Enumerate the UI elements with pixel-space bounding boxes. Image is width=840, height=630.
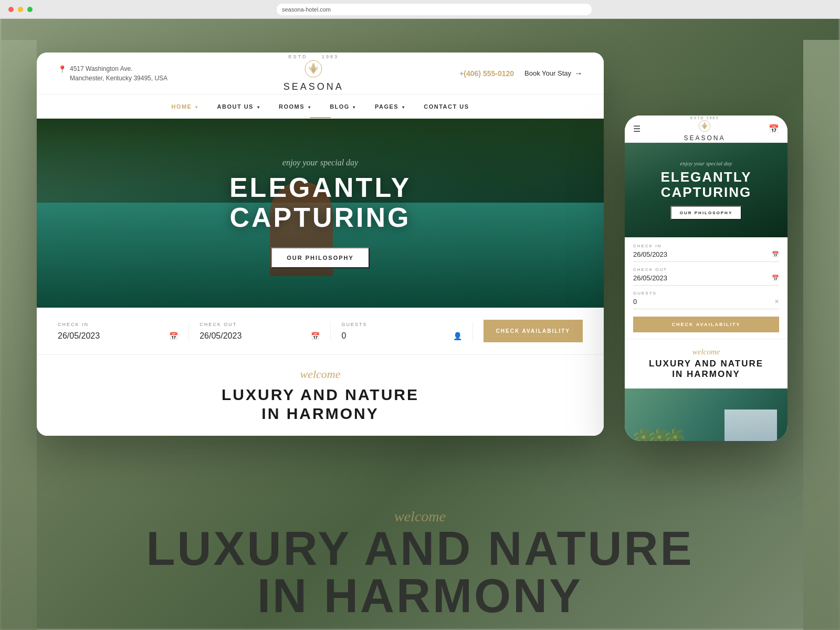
mobile-checkout-value: 26/05/2023 📅 (633, 274, 779, 282)
welcome-section: welcome LUXURY AND NATURE IN HARMONY (37, 355, 604, 436)
checkin-value: 26/05/2023 📅 (58, 331, 178, 341)
mobile-checkin-label: CHECK IN (633, 244, 779, 248)
mobile-mockup: ☰ ESTD 1983 SEASONA 📅 enjoy your special… (625, 116, 788, 441)
guests-field[interactable]: GUESTS 0 👤 (331, 322, 472, 341)
hero-content: enjoy your special day ELEGANTLY CAPTURI… (37, 119, 604, 308)
hotel-building (724, 410, 777, 441)
nav-home[interactable]: HOME ▾ (171, 103, 198, 110)
hero-cta-button[interactable]: OUR PHILOSOPHY (271, 247, 370, 268)
mobile-checkout-field[interactable]: CHECK OUT 26/05/2023 📅 (633, 267, 779, 286)
mobile-hero-content: enjoy your special day ELEGANTLY CAPTURI… (625, 143, 788, 237)
mobile-checkout-cal-icon: 📅 (772, 275, 779, 281)
checkin-calendar-icon: 📅 (169, 332, 178, 340)
mobile-checkin-field[interactable]: CHECK IN 26/05/2023 📅 (633, 244, 779, 262)
mobile-logo: ESTD 1983 SEASONA (684, 116, 725, 142)
mobile-title-line2: CAPTURING (660, 185, 751, 200)
mobile-calendar-icon[interactable]: 📅 (769, 124, 779, 134)
mobile-welcome-line1: LUXURY AND NATURE (633, 359, 779, 369)
nav-contact[interactable]: CONTACT US (424, 103, 469, 110)
checkout-value: 26/05/2023 📅 (200, 331, 320, 341)
mobile-check-availability-button[interactable]: CHECK AVAILABILITY (633, 317, 779, 332)
desktop-header-right: +(406) 555-0120 Book Your Stay → (459, 69, 583, 78)
address-line2: Manchester, Kentucky 39495, USA (70, 74, 167, 83)
nav-about[interactable]: ABOUT US ▾ (217, 103, 260, 110)
mobile-hero-cta-button[interactable]: OUR PHILOSOPHY (670, 206, 742, 220)
hero-title: ELEGANTLY CAPTURING (229, 173, 411, 233)
checkin-label: CHECK IN (58, 322, 178, 327)
guests-value: 0 👤 (341, 331, 461, 341)
browser-bar: seasona-hotel.com (0, 0, 840, 19)
browser-dot-close[interactable] (8, 7, 14, 12)
welcome-script: welcome (300, 368, 341, 381)
book-stay-button[interactable]: Book Your Stay → (524, 69, 583, 78)
hamburger-menu-icon[interactable]: ☰ (633, 124, 640, 134)
mobile-checkin-cal-icon: 📅 (772, 251, 779, 258)
mobile-welcome-script: welcome (633, 348, 779, 356)
browser-address-bar[interactable]: seasona-hotel.com (277, 4, 592, 15)
mobile-hero: enjoy your special day ELEGANTLY CAPTURI… (625, 143, 788, 237)
hero-title-line2: CAPTURING (229, 203, 411, 233)
mobile-logo-estd: ESTD 1983 (684, 116, 725, 120)
mobile-checkout-label: CHECK OUT (633, 267, 779, 272)
mobile-guests-label: GUESTS (633, 291, 779, 296)
mobile-welcome-title: LUXURY AND NATURE IN HARMONY (633, 359, 779, 380)
hero-title-line1: ELEGANTLY (229, 173, 411, 203)
bg-title-line2: IN HARMONY (257, 570, 583, 622)
hero-subtitle: enjoy your special day (282, 158, 358, 167)
mobile-hotel-image: 🌴 🌴 🌴 (625, 388, 788, 441)
palm-tree-3-icon: 🌴 (662, 427, 688, 441)
checkin-field[interactable]: CHECK IN 26/05/2023 📅 (58, 322, 189, 341)
desktop-header: 📍 4517 Washington Ave. Manchester, Kentu… (37, 52, 604, 94)
mobile-booking: CHECK IN 26/05/2023 📅 CHECK OUT 26/05/20… (625, 237, 788, 339)
welcome-title-line2: IN HARMONY (222, 404, 419, 423)
browser-dot-fullscreen[interactable] (27, 7, 33, 12)
logo-name: SEASONA (284, 81, 344, 92)
welcome-title-line1: LUXURY AND NATURE (222, 385, 419, 404)
location-icon: 📍 (58, 65, 67, 74)
bg-main-title: LUXURY AND NATURE IN HARMONY (0, 525, 840, 620)
check-availability-button[interactable]: CHECK AVAILABILITY (484, 320, 583, 342)
background-text: welcome LUXURY AND NATURE IN HARMONY (0, 508, 840, 620)
mobile-logo-icon (698, 120, 711, 132)
bg-title-line1: LUXURY AND NATURE (146, 522, 694, 575)
browser-dot-minimize[interactable] (18, 7, 23, 12)
checkout-calendar-icon: 📅 (311, 332, 320, 340)
address-text: 4517 Washington Ave. Manchester, Kentuck… (70, 64, 167, 83)
book-arrow-icon: → (574, 69, 583, 78)
mobile-guests-icon: ✕ (774, 298, 779, 305)
mobile-welcome: welcome LUXURY AND NATURE IN HARMONY (625, 339, 788, 388)
mobile-guests-value: 0 ✕ (633, 298, 779, 306)
booking-bar: CHECK IN 26/05/2023 📅 CHECK OUT 26/05/20… (37, 308, 604, 355)
desktop-logo: ESTD 1983 SEASONA (284, 54, 344, 92)
address-block: 📍 4517 Washington Ave. Manchester, Kentu… (58, 64, 167, 83)
address-line1: 4517 Washington Ave. (70, 64, 167, 74)
guests-label: GUESTS (341, 322, 461, 327)
mobile-guests-field[interactable]: GUESTS 0 ✕ (633, 291, 779, 309)
hero-section: enjoy your special day ELEGANTLY CAPTURI… (37, 119, 604, 308)
nav-pages[interactable]: PAGES ▾ (375, 103, 405, 110)
desktop-mockup: 📍 4517 Washington Ave. Manchester, Kentu… (37, 52, 604, 436)
mobile-hero-subtitle: enjoy your special day (680, 160, 732, 166)
logo-estd: ESTD 1983 (284, 54, 344, 59)
browser-url: seasona-hotel.com (282, 6, 331, 13)
checkout-field[interactable]: CHECK OUT 26/05/2023 📅 (189, 322, 331, 341)
welcome-title: LUXURY AND NATURE IN HARMONY (222, 385, 419, 423)
desktop-nav: HOME ▾ ABOUT US ▾ ROOMS ▾ BLOG ▾ PAGES ▾… (37, 94, 604, 119)
guests-icon: 👤 (453, 332, 462, 340)
mobile-logo-name: SEASONA (684, 134, 725, 142)
checkout-label: CHECK OUT (200, 322, 320, 327)
mobile-welcome-line2: IN HARMONY (633, 369, 779, 380)
mobile-checkin-value: 26/05/2023 📅 (633, 250, 779, 258)
nav-rooms[interactable]: ROOMS ▾ (279, 103, 311, 110)
mobile-header: ☰ ESTD 1983 SEASONA 📅 (625, 116, 788, 143)
mobile-title-line1: ELEGANTLY (660, 170, 751, 185)
mobile-hero-title: ELEGANTLY CAPTURING (660, 170, 751, 200)
logo-icon (304, 59, 323, 78)
nav-blog[interactable]: BLOG ▾ (330, 103, 356, 110)
phone-number[interactable]: +(406) 555-0120 (459, 69, 514, 78)
